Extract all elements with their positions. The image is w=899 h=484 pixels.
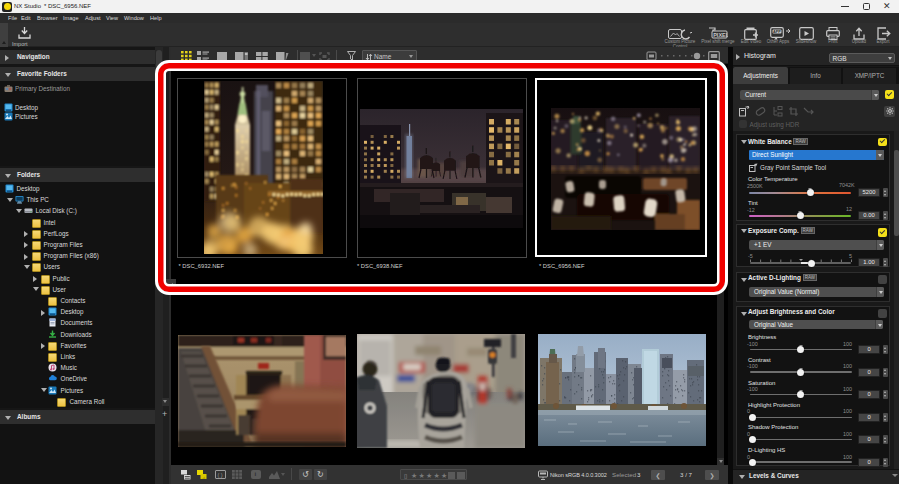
svg-text:APP: APP [773,30,781,34]
svg-text:PIXEL: PIXEL [713,32,728,38]
